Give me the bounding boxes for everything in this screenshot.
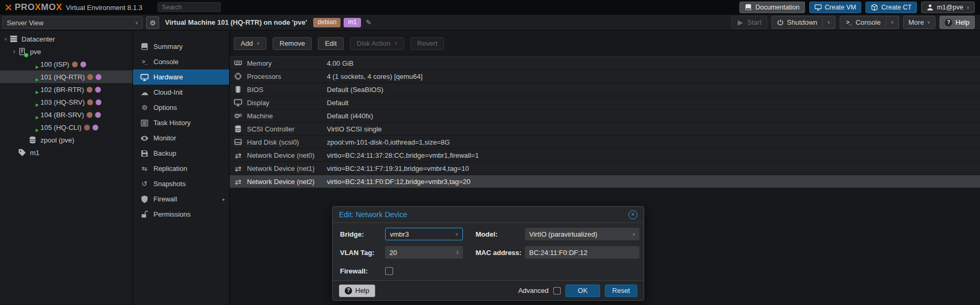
- tag-dot: [87, 74, 93, 80]
- resource-tree: ∨Datacenter∨✓pve▶100 (ISP)▶101 (HQ-RTR)▶…: [0, 30, 133, 305]
- toolbar-button-add[interactable]: Add∨: [234, 37, 266, 50]
- menu-item-hardware[interactable]: Hardware: [133, 69, 229, 85]
- tag-dot: [96, 74, 101, 80]
- hardware-row-network-device-net0[interactable]: ⇄Network Device (net0)virtio=BC:24:11:37…: [230, 149, 980, 162]
- menu-item-snapshots[interactable]: ↺Snapshots: [133, 176, 229, 191]
- proxmox-logo-icon: ✕: [4, 3, 13, 13]
- toolbar-button-remove[interactable]: Remove: [273, 37, 312, 50]
- edit-tags-pencil-icon[interactable]: ✎: [366, 18, 372, 26]
- hardware-row-value: virtio=BC:24:11:F0:DF:12,bridge=vmbr3,ta…: [327, 178, 980, 186]
- topbar-button-documentation[interactable]: Documentation: [739, 2, 804, 13]
- hardware-row-scsi-controller[interactable]: SCSI ControllerVirtIO SCSI single: [230, 123, 980, 136]
- hardware-row-network-device-net2[interactable]: ⇄Network Device (net2)virtio=BC:24:11:F0…: [230, 175, 980, 188]
- hardware-row-label: Hard Disk (scsi0): [247, 138, 299, 146]
- action-button-help[interactable]: ?Help: [940, 16, 975, 29]
- action-button-more[interactable]: More∨: [903, 16, 935, 29]
- bridge-label: Bridge:: [340, 230, 385, 238]
- firewall-icon: [140, 195, 149, 204]
- hardware-row-bios[interactable]: BIOSDefault (SeaBIOS): [230, 83, 980, 96]
- menu-item-label: Backup: [153, 149, 176, 157]
- menu-item-label: Replication: [153, 165, 187, 172]
- tree-item-105-hq-cli[interactable]: ▶105 (HQ-CLI): [0, 121, 132, 134]
- tree-item-pve[interactable]: ∨✓pve: [0, 45, 132, 58]
- advanced-checkbox[interactable]: [553, 287, 561, 294]
- tree-item-102-br-rtr[interactable]: ▶102 (BR-RTR): [0, 83, 132, 96]
- vm-action-buttons: ▶StartShutdown∨>_Console∨More∨?Help: [731, 16, 980, 29]
- cloud-init-icon: ☁: [140, 88, 149, 97]
- menu-item-cloud-init[interactable]: ☁Cloud-Init: [133, 85, 229, 100]
- tree-item-label: 103 (HQ-SRV): [40, 98, 85, 106]
- toolbar-button-edit[interactable]: Edit: [318, 37, 343, 50]
- topbar-button-create-vm[interactable]: Create VM: [809, 2, 862, 13]
- menu-item-console[interactable]: >_Console: [133, 54, 229, 69]
- model-label: Model:: [476, 230, 525, 238]
- tree-expander-icon[interactable]: ∨: [2, 37, 9, 42]
- vm-tag-debian: debian: [313, 18, 341, 27]
- tree-item-zpool-pve[interactable]: zpool (pve): [0, 134, 132, 146]
- network-device-net2-icon: ⇄: [234, 177, 242, 186]
- view-selector-dropdown[interactable]: Server View ∨: [2, 16, 143, 29]
- close-icon[interactable]: ✕: [628, 210, 637, 219]
- spinner-arrows-icon[interactable]: ∧∨: [456, 250, 459, 255]
- firewall-checkbox[interactable]: [385, 267, 393, 275]
- ok-button[interactable]: OK: [565, 284, 600, 297]
- vm-icon: ▶: [28, 123, 37, 131]
- menu-item-permissions[interactable]: Permissions: [133, 207, 229, 222]
- network-device-net0-icon: ⇄: [234, 151, 242, 159]
- tag-dot: [87, 99, 93, 105]
- tree-item-datacenter[interactable]: ∨Datacenter: [0, 33, 132, 45]
- hardware-row-value: zpool:vm-101-disk-0,iothread=1,size=8G: [327, 138, 980, 146]
- menu-item-label: Permissions: [153, 210, 191, 218]
- hardware-row-memory[interactable]: Memory4.00 GiB: [230, 57, 980, 70]
- hardware-row-machine[interactable]: ⚙⚙MachineDefault (i440fx): [230, 109, 980, 123]
- model-combobox[interactable]: VirtIO (paravirtualized) ∨: [525, 228, 639, 240]
- search-input[interactable]: [158, 2, 221, 12]
- tree-item-100-isp[interactable]: ▶100 (ISP): [0, 58, 132, 70]
- tree-item-label: 105 (HQ-CLI): [40, 124, 81, 131]
- hardware-row-label: Memory: [247, 59, 272, 67]
- tree-expander-icon[interactable]: ∨: [11, 49, 18, 54]
- dialog-help-button[interactable]: ? Help: [339, 284, 375, 297]
- menu-item-replication[interactable]: ⇆Replication: [133, 161, 229, 176]
- toolbar-button-disk-action[interactable]: Disk Action∨: [350, 37, 404, 50]
- chevron-down-icon: ∨: [827, 20, 830, 25]
- tag-icon: [18, 148, 26, 157]
- tree-item-m1[interactable]: m1: [0, 146, 132, 159]
- action-button-start[interactable]: ▶Start: [731, 16, 767, 29]
- hardware-row-network-device-net1[interactable]: ⇄Network Device (net1)virtio=BC:24:11:F7…: [230, 162, 980, 175]
- brand-text: PROXMOX: [15, 2, 62, 13]
- hardware-row-processors[interactable]: Processors4 (1 sockets, 4 cores) [qemu64…: [230, 70, 980, 83]
- vlan-tag-spinner[interactable]: 20 ∧∨: [385, 246, 463, 259]
- tree-item-103-hq-srv[interactable]: ▶103 (HQ-SRV): [0, 96, 132, 108]
- chevron-down-icon: ∨: [394, 41, 397, 46]
- topbar-button-create-ct[interactable]: Create CT: [865, 2, 917, 13]
- hardware-row-label: Network Device (net0): [247, 151, 315, 159]
- tree-item-101-hq-rtr[interactable]: ▶101 (HQ-RTR): [0, 70, 132, 83]
- summary-icon: [140, 43, 149, 51]
- menu-item-summary[interactable]: Summary: [133, 39, 229, 54]
- processors-icon: [234, 72, 242, 80]
- tree-settings-button[interactable]: ⚙: [146, 16, 159, 29]
- hardware-row-value: VirtIO SCSI single: [327, 125, 980, 133]
- bios-icon: [234, 85, 242, 94]
- permissions-icon: [140, 210, 149, 219]
- shutdown-icon: [777, 19, 784, 26]
- menu-item-options[interactable]: ⚙Options: [133, 100, 229, 115]
- menu-item-task-history[interactable]: Task History: [133, 115, 229, 130]
- hardware-toolbar: Add∨RemoveEditDisk Action∨Revert: [230, 30, 980, 57]
- action-button-shutdown[interactable]: Shutdown∨: [771, 16, 836, 29]
- page-title: Virtual Machine 101 (HQ-RTR) on node 'pv…: [165, 18, 307, 26]
- action-button-console[interactable]: >_Console∨: [840, 16, 899, 29]
- menu-item-firewall[interactable]: Firewall▸: [133, 191, 229, 207]
- hardware-row-hard-disk-scsi0[interactable]: Hard Disk (scsi0)zpool:vm-101-disk-0,iot…: [230, 136, 980, 149]
- topbar-button-m1-pve[interactable]: m1@pve∨: [921, 2, 975, 13]
- reset-button[interactable]: Reset: [605, 284, 637, 297]
- hardware-row-display[interactable]: DisplayDefault: [230, 96, 980, 109]
- tree-item-104-br-srv[interactable]: ▶104 (BR-SRV): [0, 108, 132, 121]
- menu-item-backup[interactable]: Backup: [133, 146, 229, 161]
- mac-address-input[interactable]: BC:24:11:F0:DF:12: [525, 246, 639, 259]
- menu-item-monitor[interactable]: Monitor: [133, 130, 229, 146]
- chevron-down-icon: ∨: [927, 20, 930, 25]
- bridge-combobox[interactable]: vmbr3 ∨: [385, 228, 463, 240]
- toolbar-button-revert[interactable]: Revert: [410, 37, 444, 50]
